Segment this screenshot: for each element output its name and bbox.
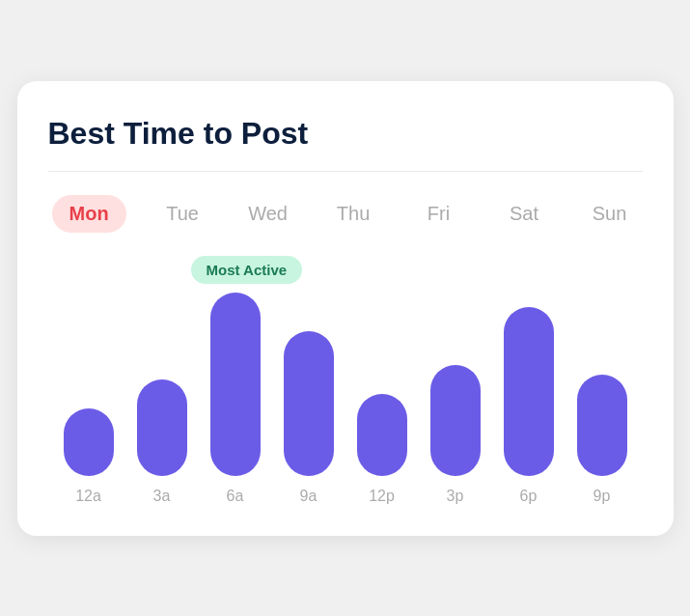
bar-6a	[210, 293, 261, 476]
day-wed[interactable]: Wed	[239, 203, 297, 225]
day-sat[interactable]: Sat	[495, 203, 553, 225]
page-title: Best Time to Post	[48, 116, 643, 152]
bar-3p	[430, 365, 481, 476]
chart-wrapper: Most Active 12a3a6a9a12p3p6p9p	[48, 264, 643, 505]
x-label-12a: 12a	[52, 488, 125, 505]
day-mon[interactable]: Mon	[52, 195, 126, 233]
bar-9a	[284, 331, 334, 476]
bar-12a	[64, 408, 114, 476]
bar-12p	[357, 394, 407, 476]
bar-col-9a	[272, 331, 345, 476]
bar-9p	[577, 375, 627, 476]
x-label-6a: 6a	[199, 488, 272, 505]
bar-col-12p	[345, 394, 419, 476]
best-time-card: Best Time to Post MonTueWedThuFriSatSun …	[17, 81, 674, 536]
x-label-3p: 3p	[419, 488, 492, 505]
day-sun[interactable]: Sun	[581, 203, 639, 225]
x-labels: 12a3a6a9a12p3p6p9p	[48, 488, 643, 505]
day-fri[interactable]: Fri	[410, 203, 468, 225]
bar-col-6a	[199, 293, 272, 476]
x-label-12p: 12p	[345, 488, 419, 505]
bar-col-3a	[125, 379, 199, 476]
bar-col-3p	[419, 365, 492, 476]
x-label-6p: 6p	[492, 488, 566, 505]
x-label-9a: 9a	[272, 488, 345, 505]
days-row: MonTueWedThuFriSatSun	[48, 195, 643, 233]
most-active-badge: Most Active	[191, 256, 303, 284]
bar-col-6p	[492, 307, 566, 476]
bar-col-9p	[566, 375, 639, 476]
divider	[48, 171, 643, 172]
bar-3a	[137, 379, 187, 476]
bars-area	[48, 264, 643, 476]
x-label-9p: 9p	[566, 488, 639, 505]
x-label-3a: 3a	[125, 488, 199, 505]
day-tue[interactable]: Tue	[153, 203, 211, 225]
bar-6p	[504, 307, 554, 476]
bar-col-12a	[52, 408, 125, 476]
day-thu[interactable]: Thu	[324, 203, 382, 225]
